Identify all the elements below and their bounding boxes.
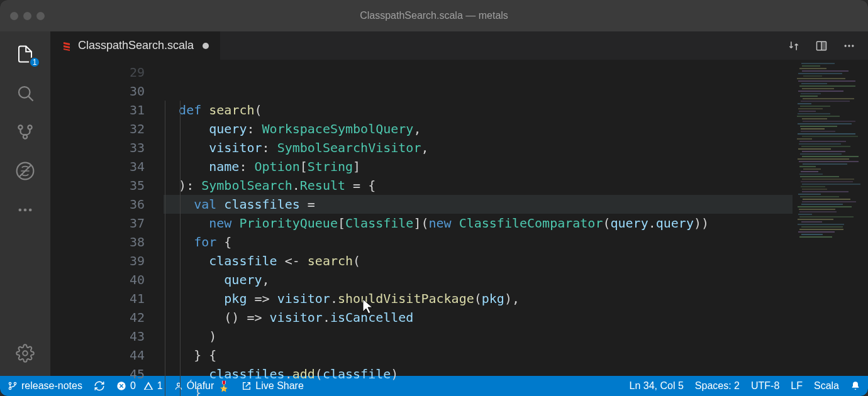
code-line[interactable]: new PriorityQueue[Classfile](new Classfi… xyxy=(164,214,793,233)
more-actions-icon[interactable] xyxy=(843,40,855,52)
svg-point-0 xyxy=(19,87,30,98)
code-line[interactable]: def search( xyxy=(164,101,793,119)
svg-line-1 xyxy=(29,97,33,101)
code-line[interactable]: ): SymbolSearch.Result = { xyxy=(164,176,793,195)
svg-point-17 xyxy=(9,382,11,384)
line-number: 42 xyxy=(50,308,145,327)
tab-bar: ClasspathSearch.scala xyxy=(50,31,868,60)
code-line[interactable]: visitor: SymbolSearchVisitor, xyxy=(164,138,793,157)
svg-point-9 xyxy=(29,209,32,212)
status-eol[interactable]: LF xyxy=(791,380,803,392)
code-line[interactable]: query, xyxy=(164,270,793,289)
svg-point-3 xyxy=(28,125,31,129)
code-line[interactable]: classfiles.add(classfile) xyxy=(164,365,793,383)
status-warnings: 1 xyxy=(157,380,163,392)
svg-point-14 xyxy=(845,45,847,47)
line-number: 45 xyxy=(50,365,145,383)
line-number: 31 xyxy=(50,101,145,119)
svg-point-2 xyxy=(18,125,22,129)
window-title: ClasspathSearch.scala — metals xyxy=(360,10,508,21)
compare-changes-icon[interactable] xyxy=(787,40,800,52)
split-editor-icon[interactable] xyxy=(815,40,828,52)
tab-classpathsearch[interactable]: ClasspathSearch.scala xyxy=(50,31,221,60)
code-line[interactable]: } xyxy=(164,383,793,396)
svg-point-15 xyxy=(848,45,850,47)
svg-point-10 xyxy=(23,351,28,356)
line-number: 29 xyxy=(50,63,145,82)
minimize-window-button[interactable] xyxy=(23,12,31,20)
scala-file-icon xyxy=(62,41,72,51)
line-number: 30 xyxy=(50,82,145,101)
line-number: 43 xyxy=(50,327,145,346)
settings-gear-icon[interactable] xyxy=(15,343,35,363)
svg-point-18 xyxy=(14,382,16,384)
line-number: 37 xyxy=(50,214,145,233)
line-number: 39 xyxy=(50,251,145,270)
code-line[interactable]: ) xyxy=(164,327,793,346)
line-number: 41 xyxy=(50,289,145,308)
code-line[interactable]: () => visitor.isCancelled xyxy=(164,308,793,327)
traffic-lights xyxy=(10,12,45,20)
svg-point-8 xyxy=(24,209,27,212)
line-number: 44 xyxy=(50,346,145,365)
titlebar: ClasspathSearch.scala — metals xyxy=(0,0,868,31)
line-number: 33 xyxy=(50,138,145,157)
debug-disabled-icon[interactable] xyxy=(15,161,35,181)
code-area[interactable]: def search( query: WorkspaceSymbolQuery,… xyxy=(164,60,793,376)
line-number: 34 xyxy=(50,157,145,176)
code-line[interactable]: } { xyxy=(164,346,793,365)
explorer-icon[interactable]: 1 xyxy=(15,44,35,64)
svg-point-16 xyxy=(852,45,854,47)
line-number: 32 xyxy=(50,119,145,138)
line-number: 40 xyxy=(50,270,145,289)
svg-point-19 xyxy=(9,387,11,389)
status-language[interactable]: Scala xyxy=(814,380,839,392)
more-icon[interactable] xyxy=(15,200,35,220)
minimap[interactable] xyxy=(793,60,868,376)
search-icon[interactable] xyxy=(15,83,35,103)
code-line[interactable]: classfile <- search( xyxy=(164,251,793,270)
tab-filename: ClasspathSearch.scala xyxy=(78,39,194,52)
activity-bar: 1 xyxy=(0,31,50,376)
status-notifications-icon[interactable] xyxy=(850,381,860,391)
line-number-gutter: 2930313233343536373839404142434445 xyxy=(50,60,164,376)
line-number: 36 xyxy=(50,195,145,214)
editor-body[interactable]: 2930313233343536373839404142434445 def s… xyxy=(50,60,868,376)
tab-dirty-indicator xyxy=(203,43,209,49)
svg-rect-13 xyxy=(822,42,826,50)
code-line[interactable]: val classfiles = xyxy=(164,195,793,214)
line-number: 38 xyxy=(50,233,145,251)
maximize-window-button[interactable] xyxy=(36,12,45,20)
source-control-icon[interactable] xyxy=(15,122,35,142)
close-window-button[interactable] xyxy=(10,12,18,20)
code-line[interactable]: pkg => visitor.shouldVisitPackage(pkg), xyxy=(164,289,793,308)
line-number: 35 xyxy=(50,176,145,195)
svg-point-7 xyxy=(19,209,22,212)
code-line[interactable]: for { xyxy=(164,233,793,251)
explorer-badge: 1 xyxy=(29,57,40,68)
code-line[interactable]: name: Option[String] xyxy=(164,157,793,176)
code-line[interactable]: query: WorkspaceSymbolQuery, xyxy=(164,119,793,138)
